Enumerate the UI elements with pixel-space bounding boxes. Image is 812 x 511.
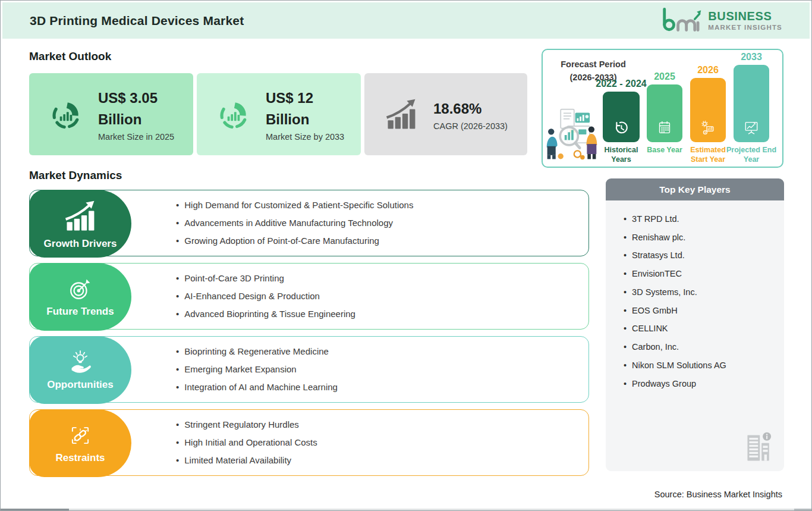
key-player-item: EnvisionTEC xyxy=(624,265,784,283)
key-player-item: Prodways Group xyxy=(624,375,784,393)
dynamics-row: Growth DriversHigh Demand for Customized… xyxy=(29,190,589,256)
key-player-item: Nikon SLM Solutions AG xyxy=(624,356,784,375)
card-caption: CAGR (2026-2033) xyxy=(433,121,508,131)
forecast-bar xyxy=(603,92,640,142)
dynamics-bullet-item: Advancements in Additive Manufacturing T… xyxy=(176,214,413,232)
dynamics-label: Restraints xyxy=(55,452,105,464)
dynamics-bullet-item: Bioprinting & Regenerative Medicine xyxy=(176,343,338,360)
key-player-item: Renishaw plc. xyxy=(624,228,784,247)
building-icon xyxy=(745,431,772,464)
dynamics-bullet-item: Advanced Bioprinting & Tissue Engineerin… xyxy=(176,305,355,323)
dynamics-bullet-item: Growing Adoption of Point-of-Care Manufa… xyxy=(176,232,413,250)
logo-line2: MARKET INSIGHTS xyxy=(708,24,782,32)
bmi-logo-icon xyxy=(659,7,703,35)
key-player-item: Carbon, Inc. xyxy=(624,338,784,356)
dynamics-bullet-item: AI-Enhanced Design & Production xyxy=(176,287,355,305)
dynamics-label-pill: Growth Drivers xyxy=(29,190,131,258)
dynamics-bullet-item: Limited Material Availability xyxy=(176,452,317,469)
dynamics-bullet-item: Emerging Market Expansion xyxy=(176,360,338,378)
brand-logo: BUSINESS MARKET INSIGHTS xyxy=(659,7,782,35)
dynamics-row: OpportunitiesBioprinting & Regenerative … xyxy=(29,336,589,403)
key-player-item: 3T RPD Ltd. xyxy=(624,210,784,228)
key-player-item: Stratasys Ltd. xyxy=(624,246,784,265)
dynamics-row: RestraintsStringent Regulatory HurdlesHi… xyxy=(29,409,589,476)
horizontal-scrollbar-thumb[interactable] xyxy=(1,509,69,510)
dynamics-bullet-item: High Demand for Customized & Patient-Spe… xyxy=(176,196,413,214)
dynamics-bullet-item: Integration of AI and Machine Learning xyxy=(176,378,338,396)
key-player-item: 3D Systems, Inc. xyxy=(624,283,784,302)
dynamics-bullet-list: Bioprinting & Regenerative MedicineEmerg… xyxy=(176,343,338,396)
forecast-bar-caption: Projected End Year xyxy=(726,145,777,165)
scrollbar-corner xyxy=(794,509,811,510)
history-clock-icon xyxy=(613,120,630,138)
key-player-item: EOS GmbH xyxy=(624,302,784,320)
forecast-period-line1: Forecast Period xyxy=(549,58,638,71)
horizontal-scrollbar-track xyxy=(1,509,811,510)
dynamics-label: Opportunities xyxy=(47,379,113,391)
market-dynamics-heading: Market Dynamics xyxy=(29,169,122,182)
market-stat-card: 18.68%CAGR (2026-2033) xyxy=(364,73,527,155)
top-key-players-heading: Top Key Players xyxy=(606,178,784,200)
logo-line1: BUSINESS xyxy=(708,10,782,22)
growth-chart-icon xyxy=(383,96,419,132)
gear-chart-icon xyxy=(700,120,716,138)
card-caption: Market Size by 2033 xyxy=(266,132,344,142)
card-caption: Market Size in 2025 xyxy=(98,132,174,142)
forecast-bar xyxy=(690,78,726,142)
dynamics-label-pill: Opportunities xyxy=(29,336,131,404)
market-stat-card: US$ 12BillionMarket Size by 2033 xyxy=(197,73,361,155)
donut-chart-icon xyxy=(48,96,84,132)
card-value: US$ 3.05 xyxy=(98,87,174,109)
top-key-players-panel: Top Key Players 3T RPD Ltd.Renishaw plc.… xyxy=(606,178,784,471)
key-player-item: CELLINK xyxy=(624,319,784,338)
forecast-bar-year: 2026 xyxy=(673,65,742,76)
dynamics-bullet-item: Stringent Regulatory Hurdles xyxy=(176,416,317,434)
dynamics-bullet-item: Point-of-Care 3D Printing xyxy=(176,269,355,287)
dynamics-row: Future TrendsPoint-of-Care 3D PrintingAI… xyxy=(29,263,589,330)
target-icon xyxy=(68,277,93,302)
forecast-period-panel: Forecast Period (2026-2033) 2022 - 2024H… xyxy=(542,49,783,168)
card-value: 18.68% xyxy=(433,98,508,120)
forecast-bar xyxy=(647,84,682,142)
source-note: Source: Business Market Insights xyxy=(654,490,782,499)
dynamics-bullet-list: Stringent Regulatory HurdlesHigh Initial… xyxy=(176,416,317,469)
forecast-bar-year: 2033 xyxy=(717,52,786,62)
market-stat-card: US$ 3.05BillionMarket Size in 2025 xyxy=(29,73,193,155)
dynamics-label: Growth Drivers xyxy=(44,238,117,250)
presentation-chart-icon xyxy=(744,120,760,138)
infographic-canvas: 3D Printing Medical Devices Market BUSIN… xyxy=(0,0,812,511)
card-value-line2: Billion xyxy=(98,109,174,130)
page-title: 3D Printing Medical Devices Market xyxy=(30,14,244,28)
forecast-bar xyxy=(734,65,769,142)
market-outlook-heading: Market Outlook xyxy=(29,50,111,63)
card-value-line2: Billion xyxy=(266,109,344,130)
growth-chart-icon xyxy=(62,198,98,234)
donut-chart-icon xyxy=(216,96,251,132)
dynamics-label: Future Trends xyxy=(46,306,114,318)
dynamics-bullet-list: Point-of-Care 3D PrintingAI-Enhanced Des… xyxy=(176,269,355,323)
dynamics-bullet-item: High Initial and Operational Costs xyxy=(176,434,317,452)
dynamics-label-pill: Restraints xyxy=(29,409,131,477)
calendar-icon xyxy=(657,120,673,138)
bulb-hand-icon xyxy=(68,350,93,375)
dynamics-label-pill: Future Trends xyxy=(29,263,131,331)
people-analytics-illustration xyxy=(544,107,600,165)
card-value: US$ 12 xyxy=(266,87,344,109)
dynamics-bullet-list: High Demand for Customized & Patient-Spe… xyxy=(176,196,413,250)
header-bar: 3D Printing Medical Devices Market BUSIN… xyxy=(2,2,810,39)
key-players-list: 3T RPD Ltd.Renishaw plc.Stratasys Ltd.En… xyxy=(606,200,784,393)
link-icon xyxy=(68,423,93,448)
